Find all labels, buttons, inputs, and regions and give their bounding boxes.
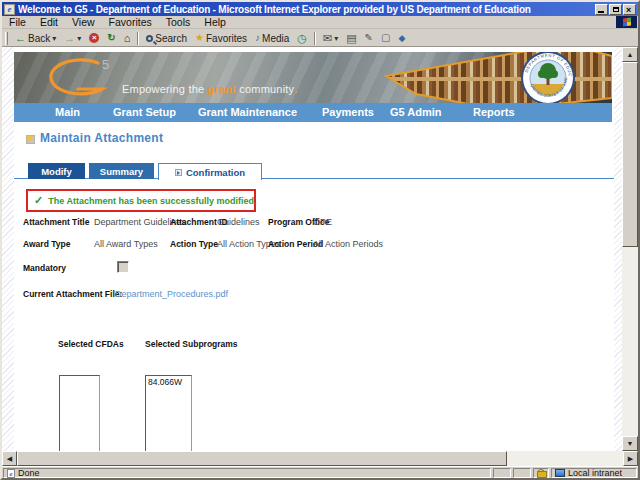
page-status-icon: e [7,469,15,478]
home-button[interactable] [120,32,135,45]
zone-text: Local intranet [568,468,622,478]
toolbar-grip[interactable] [5,32,8,45]
status-main-pane: e Done [3,468,491,478]
print-button[interactable] [342,32,360,45]
field-value-award-type: All Award Types [94,239,158,249]
edit-button[interactable] [361,32,377,44]
scroll-up-button[interactable] [622,47,638,62]
forward-button[interactable] [60,32,85,45]
ie-throbber [616,16,637,28]
tab-modify[interactable]: Modify [28,163,85,179]
history-button[interactable] [293,32,311,45]
page-title: Maintain Attachment [40,131,163,145]
lock-icon [537,469,545,478]
title-bar[interactable]: e Welcome to G5 - Department of Educatio… [2,2,638,16]
success-message: The Attachment has been successfully mod… [48,196,256,206]
back-dropdown-icon[interactable] [52,33,56,44]
menu-view[interactable]: View [65,16,102,28]
back-button[interactable]: Back [11,32,60,45]
nav-g5-admin[interactable]: G5 Admin [390,106,442,118]
search-icon [146,35,153,42]
mail-dropdown-icon[interactable] [334,33,338,44]
close-button[interactable] [623,4,636,15]
vertical-scrollbar[interactable] [622,47,638,451]
status-empty-pane [493,468,511,478]
nav-main[interactable]: Main [55,106,80,118]
tab-summary[interactable]: Summary [89,163,154,179]
menu-favorites[interactable]: Favorites [102,16,159,28]
refresh-button[interactable] [103,32,119,44]
mail-button[interactable] [319,32,342,45]
subprogram-list-item[interactable]: 84.066W [146,376,191,388]
field-value-attachment-id: Guidelines [217,217,260,227]
search-button[interactable]: Search [142,32,191,45]
scroll-down-button[interactable] [622,436,638,451]
print-icon [346,33,356,44]
window-title: Welcome to G5 - Department of Education … [18,4,594,15]
page-tool-button[interactable] [377,32,394,44]
horizontal-scroll-thumb[interactable] [17,451,507,466]
status-text: Done [18,468,40,478]
search-label: Search [155,33,187,44]
menu-tools[interactable]: Tools [159,16,198,28]
media-button[interactable]: Media [251,32,293,45]
success-message-box: ✓ The Attachment has been successfully m… [26,189,256,212]
mandatory-label: Mandatory [23,263,66,273]
logo-5-text: 5 [102,57,109,72]
standard-toolbar: Back Search Favorites Media [2,30,638,47]
stop-icon [89,33,99,43]
field-label-award-type: Award Type [23,239,70,249]
banner-tagline: Empowering the grant community. [122,83,298,95]
field-label-attachment-title: Attachment Title [23,217,89,227]
nav-grant-setup[interactable]: Grant Setup [113,106,176,118]
menu-edit[interactable]: Edit [33,16,65,28]
selected-subprograms-label: Selected Subprograms [145,339,238,349]
attachment-file-link[interactable]: Department_Procedures.pdf [115,289,228,299]
mail-icon [323,33,332,44]
messenger-icon [398,33,405,43]
toolbar-separator [137,32,139,45]
selected-subprograms-listbox[interactable]: 84.066W [145,375,192,451]
toolbar-separator [314,32,316,45]
forward-icon [64,33,75,44]
heading-bullet-icon [26,135,35,144]
page-icon [381,33,390,43]
mandatory-checkbox[interactable] [117,261,129,273]
checkmark-icon: ✓ [34,194,43,207]
scroll-right-button[interactable] [623,451,638,466]
scroll-left-button[interactable] [2,451,17,466]
back-label: Back [28,33,50,44]
browser-window: e Welcome to G5 - Department of Educatio… [0,0,640,480]
department-of-education-seal: DEPARTMENT OF EDUCATION UNITED STATES OF… [520,52,576,103]
field-label-action-type: Action Type [170,239,218,249]
horizontal-scrollbar[interactable] [2,451,638,466]
favorites-label: Favorites [206,33,247,44]
stop-button[interactable] [85,32,103,44]
menu-file[interactable]: File [2,16,33,28]
nav-payments[interactable]: Payments [322,106,374,118]
forward-dropdown-icon[interactable] [77,33,81,44]
minimize-button[interactable] [595,4,608,15]
menu-bar: File Edit View Favorites Tools Help [2,16,638,29]
main-navigation: Main Grant Setup Grant Maintenance Payme… [14,103,612,122]
browser-viewport: DEPARTMENT OF EDUCATION UNITED STATES OF… [2,47,638,451]
selected-cfdas-listbox[interactable] [59,375,100,451]
menu-help[interactable]: Help [197,16,233,28]
status-empty-pane [513,468,531,478]
vertical-scroll-thumb[interactable] [622,62,638,247]
tab-confirmation-label: Confirmation [186,167,245,178]
tab-confirmation[interactable]: Confirmation [158,163,262,180]
messenger-button[interactable] [394,32,409,44]
refresh-icon [107,33,115,43]
active-tab-icon [175,169,182,176]
windows-flag-icon [623,18,631,27]
g5-logo: 5 [34,54,126,101]
nav-reports[interactable]: Reports [473,106,515,118]
favorites-button[interactable]: Favorites [191,32,251,45]
media-icon [255,33,260,43]
status-zone-pane: Local intranet [551,468,637,478]
intranet-zone-icon [555,469,565,477]
restore-button[interactable] [609,4,622,15]
file-label: Current Attachment File: [23,289,122,299]
nav-grant-maintenance[interactable]: Grant Maintenance [198,106,297,118]
